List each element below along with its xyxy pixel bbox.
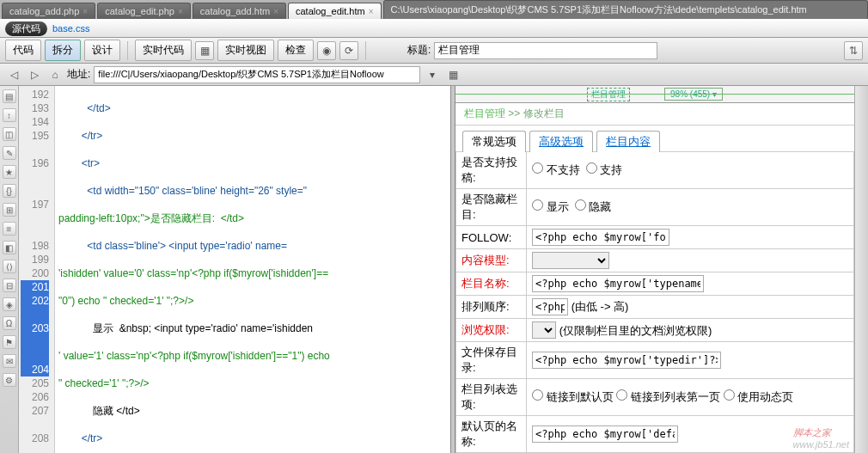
- tab-general[interactable]: 常规选项: [462, 131, 526, 152]
- source-button[interactable]: 源代码: [5, 21, 47, 36]
- table-row: FOLLOW:: [456, 226, 854, 249]
- field-label: FOLLOW:: [456, 226, 527, 249]
- tab-content[interactable]: 栏目内容: [596, 131, 660, 152]
- title-input[interactable]: [434, 42, 657, 59]
- radio-option[interactable]: 链接到列表第一页: [616, 390, 720, 403]
- model-select[interactable]: [532, 252, 609, 269]
- split-view-button[interactable]: 拆分: [45, 40, 81, 61]
- browser-preview-icon[interactable]: ◉: [317, 41, 336, 60]
- field-label: 内容模型:: [456, 249, 527, 272]
- source-bar: 源代码 base.css: [0, 19, 868, 38]
- table-row: 栏目名称:: [456, 272, 854, 296]
- tool-icon[interactable]: ⟨⟩: [3, 260, 16, 273]
- inspect-button[interactable]: 检查: [278, 40, 314, 61]
- tool-icon[interactable]: ⚑: [3, 335, 16, 349]
- breadcrumb-sep: >>: [508, 107, 520, 119]
- tool-icon[interactable]: ▤: [3, 89, 16, 103]
- separator: [365, 41, 366, 60]
- tool-icon[interactable]: ↕: [3, 108, 16, 122]
- breadcrumb: 栏目管理 >> 修改栏目: [455, 103, 854, 125]
- breadcrumb-link[interactable]: 栏目管理: [464, 107, 505, 119]
- radio-option[interactable]: 显示: [532, 200, 569, 213]
- table-row: 浏览权限: (仅限制栏目里的文档浏览权限): [456, 319, 854, 342]
- form-table: 是否支持投稿: 不支持 支持 是否隐藏栏目: 显示 隐藏 FOLLOW: 内容模…: [455, 151, 854, 453]
- dir-input[interactable]: [532, 352, 721, 369]
- design-view-button[interactable]: 设计: [84, 40, 120, 61]
- field-label: 浏览权限:: [456, 319, 527, 342]
- title-label: 标题:: [407, 43, 431, 58]
- default-page-input[interactable]: [532, 425, 678, 443]
- file-tab[interactable]: catalog_add.php×: [2, 3, 95, 19]
- radio-option[interactable]: 不支持: [532, 163, 580, 176]
- tool-icon[interactable]: ◫: [3, 127, 16, 141]
- close-icon[interactable]: ×: [83, 7, 88, 16]
- code-editor[interactable]: 192 193 194 195 196 197 198 199 200 201 …: [19, 86, 450, 453]
- table-row: 是否隐藏栏目: 显示 隐藏: [456, 189, 854, 226]
- live-view-button[interactable]: 实时视图: [217, 40, 274, 61]
- tool-icon[interactable]: ✎: [3, 146, 16, 160]
- tool-icon[interactable]: {}: [3, 184, 16, 198]
- file-tab-active[interactable]: catalog_edit.htm×: [288, 3, 382, 19]
- tool-icon[interactable]: ≡: [3, 222, 16, 236]
- address-label: 地址:: [67, 67, 90, 82]
- field-label: 是否支持投稿:: [456, 152, 527, 189]
- tool-icon[interactable]: ✉: [3, 354, 16, 368]
- file-tab-label: catalog_add.htm: [200, 6, 270, 16]
- nav-back-icon[interactable]: ◁: [5, 66, 22, 83]
- table-row: 是否支持投稿: 不支持 支持: [456, 152, 854, 189]
- file-tab-label: catalog_edit.php: [105, 6, 174, 16]
- table-row: 文件保存目录:: [456, 342, 854, 379]
- follow-input[interactable]: [532, 229, 669, 246]
- tool-icon[interactable]: ⚙: [3, 373, 16, 387]
- nav-forward-icon[interactable]: ▷: [26, 66, 43, 83]
- code-view-button[interactable]: 代码: [5, 40, 41, 61]
- table-row: 内容模型:: [456, 249, 854, 272]
- radio-option[interactable]: 链接到默认页: [532, 390, 614, 403]
- live-code-button[interactable]: 实时代码: [135, 40, 192, 61]
- tool-icon[interactable]: ◈: [3, 297, 16, 311]
- tool-icon[interactable]: ⊞: [3, 203, 16, 217]
- tool-icon[interactable]: ◧: [3, 241, 16, 254]
- home-icon[interactable]: ⌂: [46, 66, 64, 83]
- preview-tabs: 常规选项 高级选项 栏目内容: [455, 125, 854, 152]
- address-dropdown-icon[interactable]: ▾: [424, 66, 441, 83]
- close-icon[interactable]: ×: [369, 7, 374, 16]
- radio-option[interactable]: 使用动态页: [724, 390, 794, 403]
- sort-input[interactable]: [532, 298, 568, 315]
- file-tab[interactable]: catalog_add.htm×: [193, 3, 286, 19]
- refresh-icon[interactable]: ⟳: [339, 41, 358, 60]
- field-label: 是否隐藏栏目:: [456, 189, 527, 226]
- tab-advanced[interactable]: 高级选项: [529, 131, 593, 152]
- field-label: 栏目列表选项:: [456, 379, 527, 416]
- css-link[interactable]: base.css: [52, 23, 89, 34]
- table-row: 默认页的名称:: [456, 416, 854, 453]
- tool-icon[interactable]: ★: [3, 165, 16, 179]
- go-icon[interactable]: ▦: [444, 66, 462, 83]
- radio-option[interactable]: 支持: [586, 163, 623, 176]
- live-code-icon[interactable]: ▦: [195, 41, 214, 60]
- radio-option[interactable]: 隐藏: [575, 200, 612, 213]
- close-icon[interactable]: ×: [273, 7, 278, 16]
- field-label: 排列顺序:: [456, 296, 527, 319]
- separator: [127, 41, 128, 60]
- title-options-icon[interactable]: ⇅: [844, 41, 863, 60]
- table-row: 栏目列表选项: 链接到默认页 链接到列表第一页 使用动态页: [456, 379, 854, 416]
- name-input[interactable]: [532, 275, 704, 292]
- file-path-tab[interactable]: C:\Users\xiaopang\Desktop\织梦CMS 5.7SP1添加…: [383, 0, 868, 19]
- breadcrumb-current: 修改栏目: [523, 107, 565, 119]
- address-bar: ◁ ▷ ⌂ 地址: ▾ ▦: [0, 64, 868, 86]
- close-icon[interactable]: ×: [178, 7, 183, 16]
- field-label: 文件保存目录:: [456, 342, 527, 379]
- live-preview: 栏目管理 98% (455) ▾ 栏目管理 >> 修改栏目 常规选项 高级选项 …: [455, 86, 854, 453]
- code-text[interactable]: </td> </tr> <tr> <td width="150" class='…: [55, 86, 450, 453]
- address-input[interactable]: [94, 66, 420, 83]
- tool-icon[interactable]: ⊟: [3, 279, 16, 292]
- tool-icon[interactable]: Ω: [3, 316, 16, 330]
- table-row: 排列顺序: (由低 -> 高): [456, 296, 854, 319]
- file-tab[interactable]: catalog_edit.php×: [97, 3, 191, 19]
- file-tab-label: catalog_add.php: [9, 6, 79, 16]
- vertical-scrollbar[interactable]: [854, 86, 868, 453]
- left-gutter: ▤ ↕ ◫ ✎ ★ {} ⊞ ≡ ◧ ⟨⟩ ⊟ ◈ Ω ⚑ ✉ ⚙: [0, 86, 19, 453]
- perm-select[interactable]: [532, 321, 556, 339]
- main-split: ▤ ↕ ◫ ✎ ★ {} ⊞ ≡ ◧ ⟨⟩ ⊟ ◈ Ω ⚑ ✉ ⚙ 192 19…: [0, 86, 868, 453]
